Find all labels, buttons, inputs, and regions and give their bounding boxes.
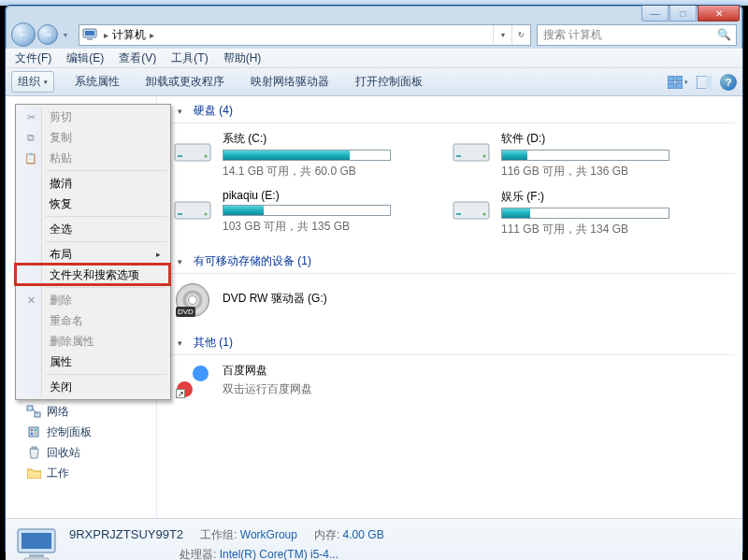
content-pane: ▾硬盘 (4) 系统 (C:) 14.1 GB 可用，共 60.0 GB [157, 96, 742, 518]
minimize-button[interactable]: — [641, 6, 669, 22]
address-bar[interactable]: ▸ 计算机 ▸ ▾ ↻ [79, 24, 531, 46]
svg-rect-5 [668, 83, 674, 89]
drive-f[interactable]: 娱乐 (F:) 111 GB 可用，共 134 GB [447, 187, 720, 239]
menuitem-properties[interactable]: 属性 [18, 352, 168, 372]
drive-c[interactable]: 系统 (C:) 14.1 GB 可用，共 60.0 GB [168, 129, 441, 181]
drive-sub: 111 GB 可用，共 134 GB [501, 222, 718, 237]
menu-view[interactable]: 查看(V) [115, 50, 160, 66]
sidebar-item-folder[interactable]: 工作 [6, 463, 156, 483]
menuitem-redo[interactable]: 恢复 [18, 194, 168, 214]
chevron-down-icon: ▾ [178, 107, 182, 116]
menuitem-delete[interactable]: ✕删除 [18, 290, 168, 310]
usage-bar [501, 208, 669, 219]
svg-point-17 [31, 433, 33, 435]
details-name: 9RXPRJZTSUY99T2 [69, 527, 183, 543]
back-button[interactable]: ← [11, 22, 36, 47]
item-baidu[interactable]: ↗ 百度网盘 双击运行百度网盘 [168, 361, 441, 402]
svg-rect-30 [456, 213, 461, 215]
memory-value: 4.00 GB [343, 528, 384, 541]
addr-sep-icon: ▸ [100, 30, 112, 40]
svg-rect-24 [456, 155, 461, 157]
sidebar-item-cpanel[interactable]: 控制面板 [6, 422, 156, 442]
drive-sub: 14.1 GB 可用，共 60.0 GB [223, 164, 439, 179]
svg-rect-21 [178, 155, 182, 157]
menuitem-rename[interactable]: 重命名 [18, 310, 168, 331]
addr-text[interactable]: 计算机 [112, 27, 146, 43]
svg-rect-6 [676, 83, 683, 89]
sidebar-item-recycle[interactable]: 回收站 [6, 442, 156, 463]
drive-name: 娱乐 (F:) [501, 189, 718, 205]
menuitem-layout[interactable]: 布局▸ [18, 244, 168, 265]
help-button[interactable]: ? [720, 74, 737, 91]
sidebar-item-label: 工作 [47, 466, 69, 481]
computer-icon [15, 525, 58, 561]
history-drop-button[interactable]: ▾ [60, 27, 71, 42]
uninstall-button[interactable]: 卸载或更改程序 [140, 72, 230, 92]
menuitem-paste[interactable]: 📋粘贴 [18, 148, 168, 168]
svg-point-31 [483, 213, 486, 216]
drive-name: 系统 (C:) [223, 131, 439, 147]
drive-dvd[interactable]: DVD DVD RW 驱动器 (G:) [168, 280, 441, 321]
svg-rect-4 [676, 76, 683, 81]
sysprops-button[interactable]: 系统属性 [69, 72, 125, 92]
usage-bar [501, 150, 669, 161]
svg-rect-19 [32, 447, 36, 449]
svg-rect-11 [27, 406, 33, 410]
recycle-icon [26, 445, 41, 460]
preview-pane-button[interactable] [694, 72, 714, 93]
close-button[interactable]: ✕ [698, 6, 740, 22]
copy-icon: ⧉ [23, 130, 38, 145]
group-header[interactable]: ▾硬盘 (4) [168, 100, 735, 123]
organize-button[interactable]: 组织▾ [11, 71, 54, 93]
cpu-label: 处理器: [180, 548, 216, 561]
svg-point-18 [35, 433, 36, 435]
menu-tools[interactable]: 工具(T) [167, 50, 211, 66]
svg-point-28 [205, 213, 208, 216]
menuitem-undo[interactable]: 撤消 [18, 173, 168, 194]
view-mode-button[interactable]: ▾ [668, 72, 688, 93]
drive-sub: 103 GB 可用，共 135 GB [223, 219, 439, 235]
search-input[interactable]: 搜索 计算机 🔍 [537, 24, 737, 46]
addr-sep-icon: ▸ [146, 30, 158, 40]
drive-name: 软件 (D:) [501, 131, 718, 147]
memory-label: 内存: [314, 528, 339, 541]
menuitem-close[interactable]: 关闭 [18, 377, 168, 397]
svg-rect-33 [22, 533, 51, 549]
refresh-button[interactable]: ↻ [511, 25, 530, 45]
addr-drop-button[interactable]: ▾ [493, 25, 511, 45]
chevron-down-icon: ▾ [44, 79, 48, 86]
group-header[interactable]: ▾其他 (1) [168, 332, 735, 355]
drive-name: pikaqiu (E:) [223, 189, 439, 202]
drive-icon [449, 131, 494, 168]
sidebar-item-label: 控制面板 [47, 424, 92, 440]
menuitem-cut[interactable]: ✂剪切 [18, 107, 168, 127]
svg-rect-2 [87, 38, 93, 40]
menuitem-folderopts[interactable]: 文件夹和搜索选项 [18, 265, 168, 285]
sidebar-item-network[interactable]: 网络 [6, 401, 156, 422]
menu-file[interactable]: 文件(F) [11, 50, 55, 66]
network-icon [26, 404, 41, 419]
drive-d[interactable]: 软件 (D:) 116 GB 可用，共 136 GB [447, 129, 720, 181]
titlebar: — □ ✕ [6, 6, 742, 21]
svg-rect-12 [35, 412, 40, 417]
menu-edit[interactable]: 编辑(E) [63, 50, 108, 66]
nav-row: ← → ▾ ▸ 计算机 ▸ ▾ ↻ 搜索 计算机 🔍 [6, 21, 742, 49]
drive-e[interactable]: pikaqiu (E:) 103 GB 可用，共 135 GB [168, 187, 441, 239]
svg-rect-14 [29, 427, 38, 437]
cut-icon: ✂ [23, 109, 38, 124]
menuitem-removeprops[interactable]: 删除属性 [18, 331, 168, 352]
forward-button[interactable]: → [37, 24, 58, 45]
svg-point-16 [35, 429, 36, 431]
ctrlpanel-button[interactable]: 打开控制面板 [350, 72, 428, 92]
menuitem-copy[interactable]: ⧉复制 [18, 127, 168, 148]
svg-rect-29 [453, 202, 489, 219]
details-pane: 9RXPRJZTSUY99T2 工作组: WorkGroup 内存: 4.00 … [6, 519, 742, 560]
item-sub: 双击运行百度网盘 [223, 381, 439, 397]
menuitem-selectall[interactable]: 全选 [18, 219, 168, 239]
menu-help[interactable]: 帮助(H) [220, 50, 266, 66]
chevron-right-icon: ▸ [156, 250, 161, 259]
mapdrive-button[interactable]: 映射网络驱动器 [245, 72, 335, 92]
item-name: 百度网盘 [223, 363, 439, 379]
maximize-button[interactable]: □ [669, 6, 697, 22]
group-header[interactable]: ▾有可移动存储的设备 (1) [168, 251, 735, 274]
